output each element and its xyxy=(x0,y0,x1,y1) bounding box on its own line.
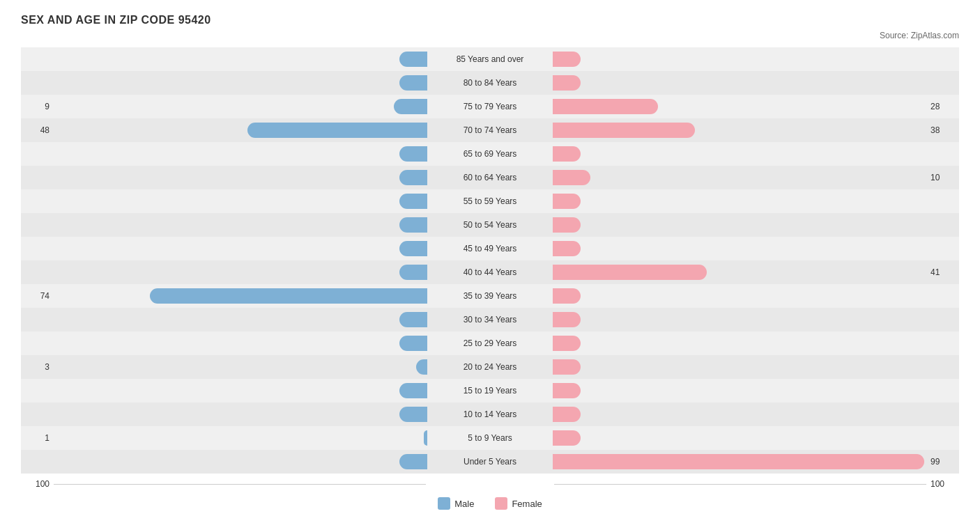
right-bar-container xyxy=(553,331,928,355)
male-value: 1 xyxy=(21,433,52,443)
left-bar-container xyxy=(52,213,427,237)
bar-row: 10 to 14 Years xyxy=(21,402,959,426)
age-group-label: 85 Years and over xyxy=(427,54,553,64)
left-bar-container xyxy=(52,47,427,71)
right-bar-container xyxy=(553,189,928,213)
right-bar-container xyxy=(553,355,928,379)
age-group-label: 70 to 74 Years xyxy=(427,125,553,135)
bar-row: Under 5 Years99 xyxy=(21,450,959,474)
legend-male: Male xyxy=(438,497,474,510)
right-bar-container xyxy=(553,379,928,402)
left-bar-container xyxy=(52,95,427,118)
age-group-label: 5 to 9 Years xyxy=(427,433,553,443)
female-bar xyxy=(553,359,581,375)
left-bar-container xyxy=(52,426,427,450)
male-bar xyxy=(416,359,427,375)
left-bar-container xyxy=(52,331,427,355)
bar-row: 15 to 9 Years xyxy=(21,426,959,450)
male-bar xyxy=(399,75,427,91)
source-label: Source: ZipAtlas.com xyxy=(21,31,959,40)
left-bar-container xyxy=(52,379,427,402)
female-bar xyxy=(553,454,924,469)
age-group-label: 30 to 34 Years xyxy=(427,315,553,325)
legend-female-label: Female xyxy=(512,499,542,509)
age-group-label: 15 to 19 Years xyxy=(427,386,553,396)
right-bar-container xyxy=(553,308,928,331)
female-bar xyxy=(553,430,581,446)
female-bar xyxy=(553,241,581,256)
female-bar xyxy=(553,170,590,185)
left-bar-container xyxy=(52,284,427,308)
x-axis-right-label: 100 xyxy=(928,479,959,489)
left-bar-container xyxy=(52,142,427,166)
age-group-label: 10 to 14 Years xyxy=(427,409,553,419)
male-bar xyxy=(399,194,427,209)
left-bar-container xyxy=(52,118,427,142)
male-bar xyxy=(399,336,427,351)
age-group-label: 50 to 54 Years xyxy=(427,220,553,230)
legend-male-label: Male xyxy=(454,499,474,509)
right-bar-container xyxy=(553,118,928,142)
bar-row: 30 to 34 Years xyxy=(21,308,959,331)
female-bar xyxy=(553,52,581,67)
left-bar-container xyxy=(52,308,427,331)
right-bar-container xyxy=(553,95,928,118)
male-bar xyxy=(399,241,427,256)
age-group-label: Under 5 Years xyxy=(427,457,553,467)
page-container: SEX AND AGE IN ZIP CODE 95420 Source: Zi… xyxy=(21,14,959,510)
legend-female: Female xyxy=(495,497,542,510)
male-bar xyxy=(399,52,427,67)
age-group-label: 25 to 29 Years xyxy=(427,338,553,348)
male-value: 74 xyxy=(21,291,52,301)
male-value: 9 xyxy=(21,102,52,111)
left-bar-container xyxy=(52,260,427,284)
male-value: 48 xyxy=(21,125,52,135)
right-bar-container xyxy=(553,47,928,71)
right-bar-container xyxy=(553,166,928,189)
female-bar xyxy=(553,288,581,304)
bar-row: 25 to 29 Years xyxy=(21,331,959,355)
left-bar-container xyxy=(52,402,427,426)
female-value: 99 xyxy=(928,457,959,467)
male-bar xyxy=(399,170,427,185)
right-bar-container xyxy=(553,237,928,260)
bar-row: 65 to 69 Years xyxy=(21,142,959,166)
female-bar xyxy=(553,312,581,327)
male-bar xyxy=(399,407,427,422)
right-bar-container xyxy=(553,284,928,308)
age-group-label: 80 to 84 Years xyxy=(427,78,553,88)
age-group-label: 40 to 44 Years xyxy=(427,267,553,277)
female-bar xyxy=(553,146,581,162)
male-bar xyxy=(399,312,427,327)
legend-female-box xyxy=(495,497,507,510)
right-bar-container xyxy=(553,426,928,450)
female-bar xyxy=(553,336,581,351)
female-bar xyxy=(553,383,581,398)
female-value: 41 xyxy=(928,267,959,277)
female-bar xyxy=(553,194,581,209)
left-bar-container xyxy=(52,237,427,260)
bar-row: 4870 to 74 Years38 xyxy=(21,118,959,142)
right-bar-container xyxy=(553,71,928,95)
male-bar xyxy=(150,288,427,304)
male-bar xyxy=(399,265,427,280)
age-group-label: 55 to 59 Years xyxy=(427,196,553,206)
legend-male-box xyxy=(438,497,450,510)
female-bar xyxy=(553,407,581,422)
bar-row: 55 to 59 Years xyxy=(21,189,959,213)
left-bar-container xyxy=(52,71,427,95)
bar-row: 60 to 64 Years10 xyxy=(21,166,959,189)
age-group-label: 65 to 69 Years xyxy=(427,149,553,159)
chart-title: SEX AND AGE IN ZIP CODE 95420 xyxy=(21,14,959,26)
male-bar xyxy=(247,123,427,138)
bar-row: 7435 to 39 Years xyxy=(21,284,959,308)
bar-row: 45 to 49 Years xyxy=(21,237,959,260)
left-bar-container xyxy=(52,355,427,379)
age-group-label: 45 to 49 Years xyxy=(427,244,553,253)
right-bar-container xyxy=(553,142,928,166)
x-axis-left-label: 100 xyxy=(21,479,52,489)
male-value: 3 xyxy=(21,362,52,372)
butterfly-chart: 85 Years and over80 to 84 Years975 to 79… xyxy=(21,47,959,474)
female-bar xyxy=(553,99,658,114)
right-bar-container xyxy=(553,402,928,426)
